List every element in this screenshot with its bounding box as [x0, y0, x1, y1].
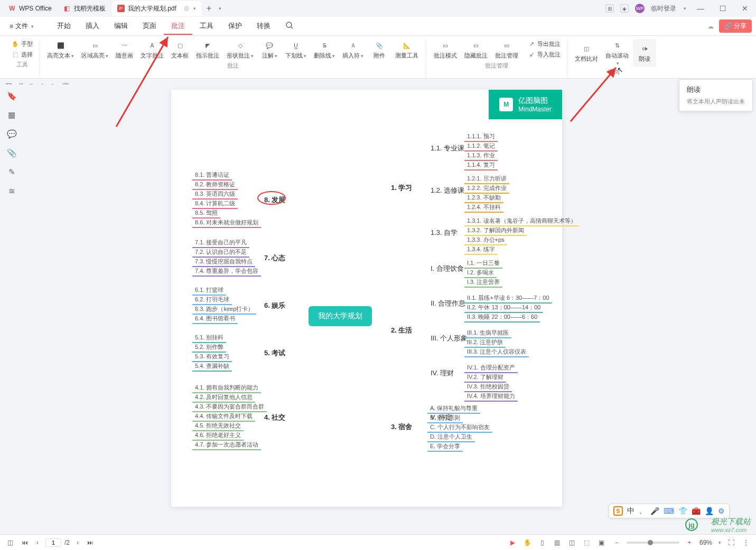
prev-page-icon[interactable]: ‹	[33, 539, 42, 546]
toolbox-icon[interactable]: 🧰	[692, 507, 701, 515]
pdf-icon: P	[117, 5, 125, 12]
wps-logo-icon: W	[8, 5, 16, 12]
zoom-in-icon[interactable]: +	[685, 539, 694, 546]
more-icon[interactable]: ⋮	[741, 539, 751, 546]
sign-icon[interactable]: ✎	[6, 167, 17, 177]
zoom-thumb[interactable]	[648, 540, 653, 545]
annot-icon: 📐	[402, 40, 412, 51]
fit-width-icon[interactable]: ⬚	[582, 539, 592, 546]
zoom-value[interactable]: 69%	[699, 539, 712, 546]
search-icon[interactable]	[285, 21, 294, 31]
annot-btn-12[interactable]: 📐测量工具	[392, 39, 422, 61]
zoom-slider[interactable]	[627, 542, 679, 544]
mic-icon[interactable]: 🎤	[650, 507, 659, 515]
select-tool-button[interactable]: ⬚选择	[10, 50, 35, 60]
zoom-out-icon[interactable]: −	[612, 539, 621, 546]
chevron-down-icon[interactable]: ▾	[193, 6, 196, 11]
mindmap-leaf: 4.3. 不要因为宴合群而合群	[192, 402, 267, 412]
tab-document[interactable]: P 我的大学规划.pdf ⊙ ▾	[112, 1, 201, 16]
comment-icon[interactable]: 💬	[6, 129, 17, 139]
tab-templates[interactable]: ◧ 找稻壳模板	[58, 1, 111, 16]
settings-icon[interactable]: ⚙	[718, 507, 725, 515]
mindmap-leaf: II.1. 晨练+早读 6：30——7：00	[464, 293, 552, 304]
menu-7[interactable]: 转换	[249, 18, 278, 35]
page-input[interactable]	[45, 538, 61, 547]
document-canvas[interactable]: M 亿图脑图MindMaster 我的大学规划 1. 学习1.1. 专业课1.1…	[23, 84, 756, 534]
speaker-icon: 🕪	[639, 43, 650, 54]
cube-icon[interactable]: ◈	[620, 4, 629, 13]
minimize-button[interactable]: —	[693, 4, 708, 13]
mindmap-leaf: A. 保持礼貌与尊重	[427, 404, 480, 414]
manage-annot-button[interactable]: ▭批注管理	[492, 39, 521, 61]
app-icon[interactable]: ⊞	[605, 4, 614, 13]
mindmap-leaf: I.3. 注意营养	[464, 278, 502, 288]
read-aloud-button[interactable]: 🕪朗读	[633, 39, 656, 67]
menu-5[interactable]: 工具	[192, 18, 221, 35]
next-page-icon[interactable]: ›	[73, 539, 82, 546]
ime-punct[interactable]: 、	[639, 506, 646, 516]
keyboard-icon[interactable]: ⌨	[664, 507, 674, 515]
mindmap-leaf: 4.1. 拥有自我判断的能力	[192, 383, 261, 393]
cloud-icon[interactable]: ☁	[707, 23, 714, 30]
view-cont-icon[interactable]: ▥	[553, 539, 562, 546]
tab-wps-home[interactable]: W WPS Office	[3, 1, 57, 16]
annot-btn-9[interactable]: S̶删除线▾	[311, 39, 338, 61]
hand-icon[interactable]: ✋	[523, 539, 533, 546]
play-icon[interactable]: ▶	[508, 539, 518, 546]
close-button[interactable]: ✕	[737, 4, 753, 13]
layers-icon[interactable]: ≋	[6, 186, 17, 196]
login-label[interactable]: 临时登录	[651, 4, 676, 13]
mindmap-leaf: 1.3.2. 了解国内外新闻	[464, 226, 527, 236]
maximize-button[interactable]: ☐	[715, 4, 731, 13]
mindmap-leaf: 4.4. 传输文件及时下载	[192, 412, 255, 422]
scroll-icon: ⇅	[612, 40, 622, 51]
annot-btn-7[interactable]: 💬注解▾	[258, 39, 281, 61]
export-annot-button[interactable]: ↗导出批注	[526, 39, 563, 49]
panel-icon[interactable]: ◫	[5, 539, 15, 546]
mindmap-leaf: 5.2. 别作弊	[192, 343, 226, 353]
annot-mode-button[interactable]: ▭批注模式	[431, 39, 460, 61]
mindmap-node: 7. 心态	[261, 252, 288, 264]
list-icon: ▭	[501, 40, 512, 51]
annot-btn-8[interactable]: U̲下划线▾	[282, 39, 310, 61]
user-avatar[interactable]: WP	[635, 4, 645, 13]
user-icon[interactable]: 👤	[705, 507, 714, 515]
import-annot-button[interactable]: ↙导入批注	[526, 50, 563, 60]
mindmap-node: IV. 理财	[427, 367, 457, 379]
share-button[interactable]: 🔗 分享	[719, 20, 752, 33]
mindmap-leaf: 6.2. 打羽毛球	[192, 295, 232, 305]
view-single-icon[interactable]: ▯	[538, 539, 547, 546]
bookmark-icon[interactable]: 🔖	[6, 91, 17, 101]
add-tab-button[interactable]: +	[202, 4, 216, 13]
annot-btn-5[interactable]: ◤指示批注	[193, 39, 222, 61]
note-icon: ▭	[440, 40, 451, 51]
watermark: 极光下载站 www.xz7.com	[711, 517, 751, 533]
menu-0[interactable]: 开始	[50, 18, 78, 35]
last-page-icon[interactable]: ⏭	[86, 539, 95, 546]
title-bar: W WPS Office ◧ 找稻壳模板 P 我的大学规划.pdf ⊙ ▾ + …	[0, 0, 756, 17]
view-two-icon[interactable]: ◫	[567, 539, 577, 546]
export-icon: ↗	[528, 41, 535, 48]
file-menu[interactable]: ≡ 文件 ▾	[4, 20, 39, 33]
annot-btn-11[interactable]: 📎附件	[368, 39, 391, 61]
mindmap-node: 5. 考试	[261, 347, 288, 359]
first-page-icon[interactable]: ⏮	[20, 539, 30, 546]
ime-toolbar: S 中 、 🎤 ⌨ 👕 🧰 👤 ⚙	[609, 504, 730, 518]
shirt-icon[interactable]: 👕	[678, 507, 687, 515]
annot-btn-10[interactable]: Ａ插入符▾	[339, 39, 367, 61]
attachment-icon[interactable]: 📎	[6, 148, 17, 158]
menu-6[interactable]: 保护	[221, 18, 249, 35]
hide-annot-button[interactable]: ▭隐藏批注	[461, 39, 491, 61]
annot-btn-6[interactable]: ◇形状批注▾	[223, 39, 257, 61]
annot-btn-0[interactable]: ⬛高亮文本▾	[44, 39, 77, 61]
menu-1[interactable]: 插入	[78, 18, 107, 35]
thumbnails-icon[interactable]: ▦	[6, 110, 17, 120]
fit-page-icon[interactable]: ▣	[597, 539, 606, 546]
hand-tool-button[interactable]: ✋手型	[10, 39, 35, 49]
fullscreen-icon[interactable]: ⛶	[726, 539, 736, 546]
mindmap-leaf: 6.3. 跑步（keep打卡）	[192, 305, 256, 315]
tab-menu-icon[interactable]: ⊙	[184, 5, 189, 12]
ime-lang[interactable]: 中	[627, 506, 634, 516]
sogou-icon[interactable]: S	[613, 506, 623, 516]
tab-list-icon[interactable]: ▾	[219, 6, 221, 11]
